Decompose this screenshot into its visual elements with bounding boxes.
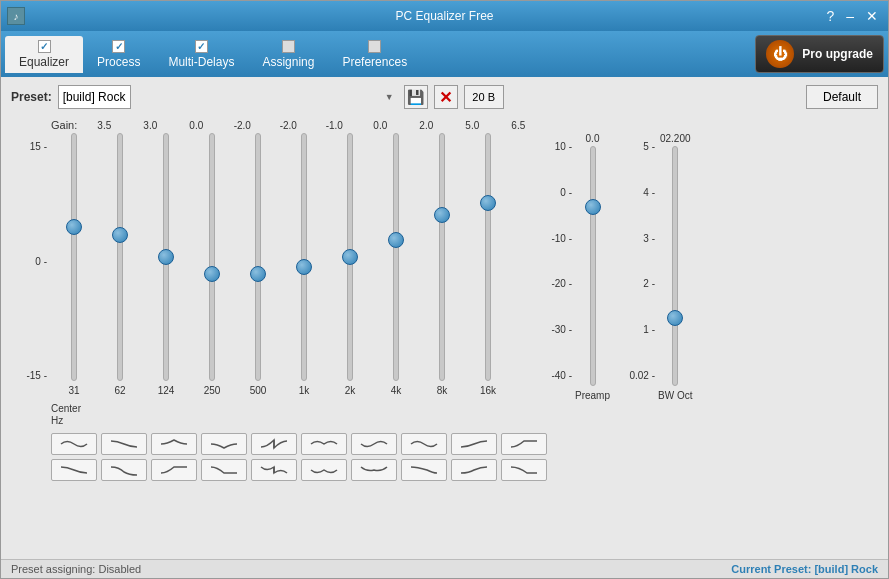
- preferences-checkbox[interactable]: [368, 40, 381, 53]
- pro-upgrade-label: Pro upgrade: [802, 47, 873, 61]
- app-icon: ♪: [7, 7, 25, 25]
- preset-select[interactable]: [build] Rock: [58, 85, 131, 109]
- filter-btn-1-3[interactable]: [151, 433, 197, 455]
- thumb-2k[interactable]: [342, 249, 358, 265]
- current-preset-status: Current Preset: [build] Rock: [731, 563, 878, 575]
- thumb-62hz[interactable]: [112, 227, 128, 243]
- gain-62: 3.0: [127, 120, 173, 131]
- label-8k: 8k: [437, 385, 448, 396]
- filter-btn-2-2[interactable]: [101, 459, 147, 481]
- gain-label: Gain:: [51, 119, 77, 131]
- tab-process-label: Process: [97, 55, 140, 69]
- default-button[interactable]: Default: [806, 85, 878, 109]
- band-count-button[interactable]: 20 B: [464, 85, 504, 109]
- save-preset-button[interactable]: 💾: [404, 85, 428, 109]
- band-250hz: 250: [189, 133, 235, 396]
- tab-equalizer[interactable]: Equalizer: [5, 36, 83, 73]
- thumb-500hz[interactable]: [250, 266, 266, 282]
- tab-assigning-label: Assigning: [262, 55, 314, 69]
- band-2k: 2k: [327, 133, 373, 396]
- slider-8k[interactable]: [439, 133, 445, 381]
- band-16k: 16k: [465, 133, 511, 396]
- delete-preset-button[interactable]: ✕: [434, 85, 458, 109]
- title-bar-controls: ? – ✕: [822, 9, 882, 23]
- preamp-axis: 10 - 0 - -10 - -20 - -30 - -40 -: [527, 133, 575, 381]
- slider-250hz[interactable]: [209, 133, 215, 381]
- process-checkbox[interactable]: [112, 40, 125, 53]
- thumb-124hz[interactable]: [158, 249, 174, 265]
- slider-2k[interactable]: [347, 133, 353, 381]
- preamp-axis-10: 10 -: [555, 141, 572, 152]
- bwoct-thumb[interactable]: [667, 310, 683, 326]
- tab-multi-delays[interactable]: Multi-Delays: [154, 36, 248, 73]
- filter-btn-2-3[interactable]: [151, 459, 197, 481]
- bwoct-slider-col: 02.200 BW Oct: [658, 133, 692, 401]
- filter-btn-2-8[interactable]: [401, 459, 447, 481]
- label-16k: 16k: [480, 385, 496, 396]
- band-31hz: 31: [51, 133, 97, 396]
- filter-btn-2-5[interactable]: [251, 459, 297, 481]
- filter-btn-1-10[interactable]: [501, 433, 547, 455]
- equalizer-checkbox[interactable]: [38, 40, 51, 53]
- label-62hz: 62: [114, 385, 125, 396]
- band-sliders: 31 62 124: [51, 133, 511, 396]
- label-2k: 2k: [345, 385, 356, 396]
- slider-124hz[interactable]: [163, 133, 169, 381]
- filter-btn-2-9[interactable]: [451, 459, 497, 481]
- slider-500hz[interactable]: [255, 133, 261, 381]
- tab-assigning[interactable]: Assigning: [248, 36, 328, 73]
- thumb-8k[interactable]: [434, 207, 450, 223]
- filter-btn-2-6[interactable]: [301, 459, 347, 481]
- filter-btn-1-6[interactable]: [301, 433, 347, 455]
- filter-buttons: [11, 433, 878, 481]
- hz-label: Hz: [51, 415, 97, 427]
- filter-btn-1-7[interactable]: [351, 433, 397, 455]
- preset-row: Preset: [build] Rock 💾 ✕ 20 B Default: [11, 85, 878, 109]
- multidelays-checkbox[interactable]: [195, 40, 208, 53]
- slider-31hz[interactable]: [71, 133, 77, 381]
- title-bar: ♪ PC Equalizer Free ? – ✕: [1, 1, 888, 31]
- thumb-1k[interactable]: [296, 259, 312, 275]
- filter-btn-2-1[interactable]: [51, 459, 97, 481]
- filter-btn-2-7[interactable]: [351, 459, 397, 481]
- main-window: ♪ PC Equalizer Free ? – ✕ Equalizer Proc…: [0, 0, 889, 579]
- band-4k: 4k: [373, 133, 419, 396]
- axis-0: 0 -: [35, 256, 47, 267]
- assigning-checkbox[interactable]: [282, 40, 295, 53]
- tab-process[interactable]: Process: [83, 36, 154, 73]
- thumb-16k[interactable]: [480, 195, 496, 211]
- slider-4k[interactable]: [393, 133, 399, 381]
- filter-btn-1-9[interactable]: [451, 433, 497, 455]
- filter-btn-2-10[interactable]: [501, 459, 547, 481]
- slider-1k[interactable]: [301, 133, 307, 381]
- filter-btn-2-4[interactable]: [201, 459, 247, 481]
- preamp-thumb[interactable]: [585, 199, 601, 215]
- preamp-axis-neg10: -10 -: [551, 233, 572, 244]
- pro-upgrade-button[interactable]: ⏻ Pro upgrade: [755, 35, 884, 73]
- bwoct-slider[interactable]: [672, 146, 678, 386]
- band-62hz: 62: [97, 133, 143, 396]
- center-hz-label: Center Hz: [51, 403, 97, 427]
- preset-assigning-status: Preset assigning: Disabled: [11, 563, 141, 575]
- slider-16k[interactable]: [485, 133, 491, 381]
- filter-btn-1-8[interactable]: [401, 433, 447, 455]
- tab-preferences[interactable]: Preferences: [328, 36, 421, 73]
- label-124hz: 124: [158, 385, 175, 396]
- slider-62hz[interactable]: [117, 133, 123, 381]
- filter-btn-1-1[interactable]: [51, 433, 97, 455]
- minimize-button[interactable]: –: [842, 9, 858, 23]
- eq-wrapper: Gain: 3.5 3.0 0.0 -2.0 -2.0 -1.0 0.0 2.0…: [11, 119, 878, 551]
- thumb-31hz[interactable]: [66, 219, 82, 235]
- filter-btn-1-2[interactable]: [101, 433, 147, 455]
- help-button[interactable]: ?: [822, 9, 838, 23]
- bwoct-axis-1: 1 -: [643, 324, 655, 335]
- close-button[interactable]: ✕: [862, 9, 882, 23]
- preamp-slider[interactable]: [590, 146, 596, 386]
- preamp-axis-neg20: -20 -: [551, 278, 572, 289]
- center-hz-row: Center Hz: [11, 403, 878, 427]
- filter-btn-1-5[interactable]: [251, 433, 297, 455]
- filter-btn-1-4[interactable]: [201, 433, 247, 455]
- window-title: PC Equalizer Free: [395, 9, 493, 23]
- thumb-250hz[interactable]: [204, 266, 220, 282]
- thumb-4k[interactable]: [388, 232, 404, 248]
